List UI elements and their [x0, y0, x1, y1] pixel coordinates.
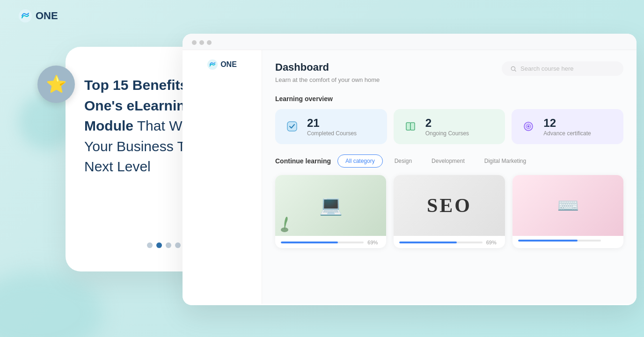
dot-3[interactable] [166, 242, 171, 248]
dashboard-header: Dashboard Learn at the comfort of your o… [275, 61, 623, 84]
course-card-digital[interactable]: ⌨️ [512, 175, 623, 248]
stats-row: 21 Completed Courses 2 Ongoing Course [275, 109, 623, 144]
search-placeholder: Search course here [520, 65, 573, 72]
stat-info-ongoing: 2 Ongoing Courses [425, 117, 469, 137]
dot-2[interactable] [156, 242, 162, 248]
brand-name: ONE [36, 10, 58, 22]
stat-label-certificate: Advance certificate [543, 130, 591, 137]
main-content: Dashboard Learn at the comfort of your o… [262, 50, 637, 304]
stat-number-certificate: 12 [543, 117, 591, 130]
search-icon [510, 66, 517, 72]
learning-overview-title: Learning overview [275, 95, 623, 103]
seo-text-display: SEO [427, 194, 472, 217]
filter-tab-all[interactable]: All category [337, 154, 383, 168]
course-progress-design: 69% [275, 236, 386, 248]
digital-keyboard-icon: ⌨️ [557, 195, 579, 216]
design-laptop-icon: 💻 [319, 194, 343, 216]
stat-label-completed: Completed Courses [307, 130, 357, 137]
course-card-design[interactable]: 💻 69% [275, 175, 386, 248]
progress-pct-design: 69% [367, 240, 381, 245]
progress-track-digital [518, 240, 601, 242]
filter-tab-development[interactable]: Development [424, 154, 473, 168]
progress-track-design [281, 242, 364, 243]
brand-logo-icon [19, 9, 32, 22]
stat-card-completed: 21 Completed Courses [275, 109, 387, 144]
sidebar-logo-icon [207, 59, 218, 70]
course-progress-seo: 69% [394, 236, 505, 248]
stat-card-certificate: 12 Advance certificate [512, 109, 623, 144]
bg-blob-1 [0, 271, 103, 337]
progress-track-seo [399, 242, 482, 243]
chrome-dot-red [192, 40, 197, 45]
sidebar-logo-text: ONE [220, 60, 237, 69]
svg-line-3 [515, 70, 516, 71]
sidebar-logo: ONE [200, 59, 244, 70]
course-card-seo[interactable]: SEO 69% [394, 175, 505, 248]
dashboard-title: Dashboard [275, 61, 380, 73]
courses-row: 💻 69% [275, 175, 623, 248]
stat-icon-ongoing [402, 118, 419, 135]
stat-info-certificate: 12 Advance certificate [543, 117, 591, 137]
svg-point-7 [527, 125, 529, 127]
filter-tabs: All category Design Development Digital … [337, 154, 534, 168]
filter-tab-design[interactable]: Design [387, 154, 420, 168]
progress-pct-seo: 69% [486, 240, 499, 245]
dashboard-inner: ONE Dashboard Learn at the comfort of yo… [183, 50, 637, 304]
course-thumb-seo: SEO [394, 175, 505, 236]
dashboard-title-group: Dashboard Learn at the comfort of your o… [275, 61, 380, 84]
dot-1[interactable] [147, 242, 153, 248]
course-progress-digital [512, 236, 623, 244]
stat-number-completed: 21 [307, 117, 357, 130]
star-badge: ⭐ [37, 66, 75, 103]
dashboard-subtitle: Learn at the comfort of your own home [275, 76, 380, 83]
progress-fill-design [281, 242, 338, 243]
course-thumb-digital: ⌨️ [512, 175, 623, 236]
chrome-dot-green [207, 40, 212, 45]
sidebar: ONE [183, 50, 262, 304]
dashboard-card: ONE Dashboard Learn at the comfort of yo… [183, 34, 637, 305]
stat-info-completed: 21 Completed Courses [307, 117, 357, 137]
stat-icon-completed [284, 118, 300, 135]
stat-number-ongoing: 2 [425, 117, 469, 130]
stat-card-ongoing: 2 Ongoing Courses [394, 109, 505, 144]
progress-fill-digital [518, 240, 578, 242]
stat-label-ongoing: Ongoing Courses [425, 130, 469, 137]
star-icon: ⭐ [46, 74, 67, 94]
filter-row: Continue learning All category Design De… [275, 154, 623, 168]
search-bar[interactable]: Search course here [502, 61, 623, 76]
window-chrome [183, 34, 637, 50]
top-brand: ONE [19, 9, 58, 22]
svg-rect-4 [287, 122, 297, 131]
continue-learning-label: Continue learning [275, 157, 331, 165]
progress-fill-seo [399, 242, 456, 243]
stat-icon-certificate [520, 118, 537, 135]
filter-tab-digital[interactable]: Digital Marketing [476, 154, 534, 168]
chrome-dot-yellow [199, 40, 204, 45]
course-thumb-design: 💻 [275, 175, 386, 236]
dot-4[interactable] [175, 242, 181, 248]
